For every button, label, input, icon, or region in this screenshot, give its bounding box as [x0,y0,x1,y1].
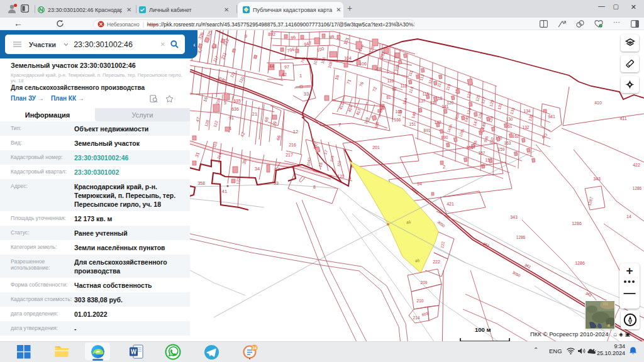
svg-text:890: 890 [441,135,448,140]
svg-text:41: 41 [222,189,227,194]
svg-text:222: 222 [433,260,440,264]
svg-text:636: 636 [231,107,239,111]
svg-text:97: 97 [284,65,289,69]
svg-text:42: 42 [282,72,287,77]
svg-text:110: 110 [387,79,394,83]
svg-text:104: 104 [344,56,352,60]
svg-text:5: 5 [224,101,226,105]
svg-text:94: 94 [417,182,422,186]
svg-text:214: 214 [413,315,420,320]
svg-text:151: 151 [409,122,416,126]
svg-text:411: 411 [619,116,626,121]
svg-text:132: 132 [523,125,530,129]
svg-text:24: 24 [252,346,257,350]
svg-text:358: 358 [197,181,205,185]
svg-text:21: 21 [252,111,257,117]
svg-text:82: 82 [392,87,397,91]
svg-text:134: 134 [524,109,531,113]
svg-text:33: 33 [304,91,309,97]
svg-text:137: 137 [419,99,426,103]
svg-text:1286: 1286 [633,186,642,190]
svg-text:1: 1 [299,73,302,79]
svg-text:892: 892 [268,32,275,36]
svg-text:141: 141 [442,104,449,109]
svg-text:165: 165 [396,109,402,114]
svg-text:201: 201 [372,145,380,150]
svg-text:162: 162 [513,134,519,138]
svg-text:163: 163 [504,141,511,145]
svg-text:112: 112 [401,84,408,88]
svg-text:81: 81 [386,95,391,99]
svg-text:891: 891 [424,128,431,133]
svg-text:941: 941 [548,114,555,119]
svg-text:635: 635 [233,99,241,103]
svg-text:2: 2 [443,164,445,170]
svg-text:210: 210 [417,299,424,303]
svg-text:343: 343 [593,177,601,181]
svg-text:1286: 1286 [572,221,582,226]
svg-text:422: 422 [633,163,640,167]
svg-text:216: 216 [289,143,296,147]
svg-text:1286: 1286 [575,261,585,265]
svg-text:7: 7 [338,122,341,128]
svg-text:91: 91 [229,116,234,120]
svg-text:217: 217 [286,153,293,157]
svg-text:159: 159 [498,147,505,151]
svg-text:410: 410 [594,101,602,105]
svg-text:157: 157 [479,151,486,155]
svg-text:34: 34 [255,166,260,172]
svg-text:9: 9 [245,34,247,38]
svg-text:44: 44 [269,64,274,69]
svg-text:14: 14 [626,214,631,219]
svg-text:12: 12 [293,129,298,134]
svg-text:8: 8 [313,185,316,189]
svg-text:166: 166 [394,118,401,122]
svg-text:1286: 1286 [516,235,526,239]
svg-text:209: 209 [421,280,428,285]
svg-text:343: 343 [510,215,518,219]
svg-text:421: 421 [447,202,454,206]
svg-text:130: 130 [506,117,513,121]
